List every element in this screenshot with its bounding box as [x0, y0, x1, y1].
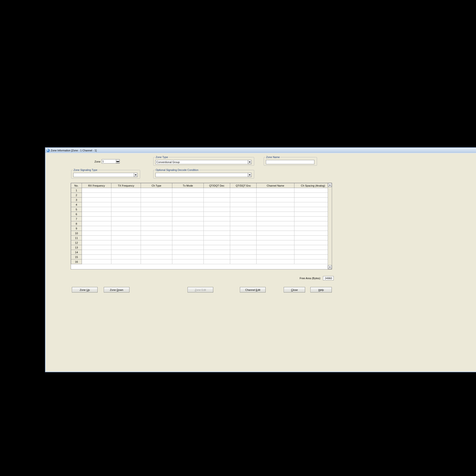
table-cell[interactable]	[294, 198, 332, 202]
table-cell[interactable]	[204, 217, 230, 221]
table-cell[interactable]	[82, 240, 111, 245]
table-cell[interactable]	[204, 236, 230, 240]
table-cell[interactable]	[204, 221, 230, 226]
table-cell[interactable]	[256, 226, 294, 231]
table-row[interactable]: 15	[71, 255, 332, 259]
table-cell[interactable]	[111, 198, 141, 202]
table-cell[interactable]	[294, 255, 332, 259]
table-cell[interactable]	[256, 231, 294, 236]
table-row[interactable]: 2	[71, 193, 332, 198]
table-row[interactable]: 4	[71, 202, 332, 207]
table-cell[interactable]	[204, 231, 230, 236]
table-cell[interactable]	[204, 259, 230, 264]
table-cell[interactable]	[294, 259, 332, 264]
column-header[interactable]: Tx Mode	[172, 183, 204, 188]
spin-down[interactable]	[116, 161, 119, 163]
column-header[interactable]: TX Frequency	[111, 183, 141, 188]
table-cell[interactable]	[82, 207, 111, 212]
table-cell[interactable]	[256, 212, 294, 217]
table-cell[interactable]	[82, 193, 111, 198]
table-cell[interactable]	[82, 226, 111, 231]
column-header[interactable]: Ch Type	[141, 183, 172, 188]
table-cell[interactable]	[230, 202, 256, 207]
table-scrollbar[interactable]	[328, 183, 332, 269]
table-cell[interactable]	[294, 193, 332, 198]
table-cell[interactable]	[256, 217, 294, 221]
optional-signaling-combo[interactable]	[155, 173, 252, 177]
table-cell[interactable]	[230, 259, 256, 264]
table-cell[interactable]	[82, 236, 111, 240]
table-cell[interactable]	[230, 198, 256, 202]
table-cell[interactable]	[204, 198, 230, 202]
column-header[interactable]: Channel Name	[256, 183, 294, 188]
table-row[interactable]: 6	[71, 212, 332, 217]
table-cell[interactable]	[294, 202, 332, 207]
table-cell[interactable]	[82, 231, 111, 236]
table-cell[interactable]	[204, 202, 230, 207]
zone-spinner[interactable]	[102, 159, 120, 164]
zone-input[interactable]	[102, 159, 116, 164]
table-cell[interactable]	[82, 212, 111, 217]
table-cell[interactable]	[111, 207, 141, 212]
table-cell[interactable]	[141, 259, 172, 264]
table-cell[interactable]	[256, 198, 294, 202]
table-cell[interactable]	[141, 231, 172, 236]
channel-table[interactable]: No.RX FrequencyTX FrequencyCh TypeTx Mod…	[71, 183, 332, 270]
table-cell[interactable]	[172, 236, 204, 240]
table-cell[interactable]	[230, 188, 256, 193]
table-cell[interactable]	[204, 240, 230, 245]
table-cell[interactable]	[111, 193, 141, 198]
table-cell[interactable]	[172, 250, 204, 255]
table-cell[interactable]	[230, 207, 256, 212]
table-cell[interactable]	[141, 221, 172, 226]
table-cell[interactable]	[256, 240, 294, 245]
column-header[interactable]: Ch Spacing (Analog)	[294, 183, 332, 188]
table-cell[interactable]	[111, 236, 141, 240]
table-cell[interactable]	[111, 240, 141, 245]
table-cell[interactable]	[141, 240, 172, 245]
table-cell[interactable]	[294, 245, 332, 250]
table-cell[interactable]	[204, 188, 230, 193]
zone-signaling-combo[interactable]	[73, 173, 137, 177]
table-row[interactable]: 9	[71, 226, 332, 231]
table-row[interactable]: 3	[71, 198, 332, 202]
table-cell[interactable]	[141, 250, 172, 255]
table-cell[interactable]	[230, 231, 256, 236]
table-row[interactable]: 12	[71, 240, 332, 245]
table-cell[interactable]	[172, 193, 204, 198]
column-header[interactable]: QT/DQT Enc	[230, 183, 256, 188]
table-cell[interactable]	[230, 255, 256, 259]
table-cell[interactable]	[256, 221, 294, 226]
table-cell[interactable]	[172, 221, 204, 226]
zone-signaling-dropdown-button[interactable]	[134, 173, 137, 177]
table-cell[interactable]	[172, 198, 204, 202]
table-cell[interactable]	[230, 226, 256, 231]
table-cell[interactable]	[294, 236, 332, 240]
table-cell[interactable]	[111, 188, 141, 193]
table-cell[interactable]	[256, 207, 294, 212]
table-cell[interactable]	[294, 207, 332, 212]
table-cell[interactable]	[82, 202, 111, 207]
table-cell[interactable]	[230, 193, 256, 198]
table-cell[interactable]	[141, 212, 172, 217]
scroll-up-button[interactable]	[328, 183, 332, 187]
table-cell[interactable]	[172, 212, 204, 217]
table-cell[interactable]	[256, 236, 294, 240]
zone-name-input[interactable]	[266, 160, 314, 164]
table-cell[interactable]	[172, 259, 204, 264]
table-cell[interactable]	[230, 240, 256, 245]
table-cell[interactable]	[172, 207, 204, 212]
table-cell[interactable]	[294, 188, 332, 193]
table-cell[interactable]	[230, 250, 256, 255]
table-row[interactable]: 10	[71, 231, 332, 236]
spin-up[interactable]	[116, 159, 119, 161]
table-cell[interactable]	[172, 217, 204, 221]
table-cell[interactable]	[172, 188, 204, 193]
table-cell[interactable]	[111, 202, 141, 207]
table-cell[interactable]	[256, 202, 294, 207]
optional-signaling-dropdown-button[interactable]	[248, 173, 251, 177]
table-cell[interactable]	[294, 226, 332, 231]
table-row[interactable]: 11	[71, 236, 332, 240]
table-cell[interactable]	[172, 231, 204, 236]
column-header[interactable]: RX Frequency	[82, 183, 111, 188]
